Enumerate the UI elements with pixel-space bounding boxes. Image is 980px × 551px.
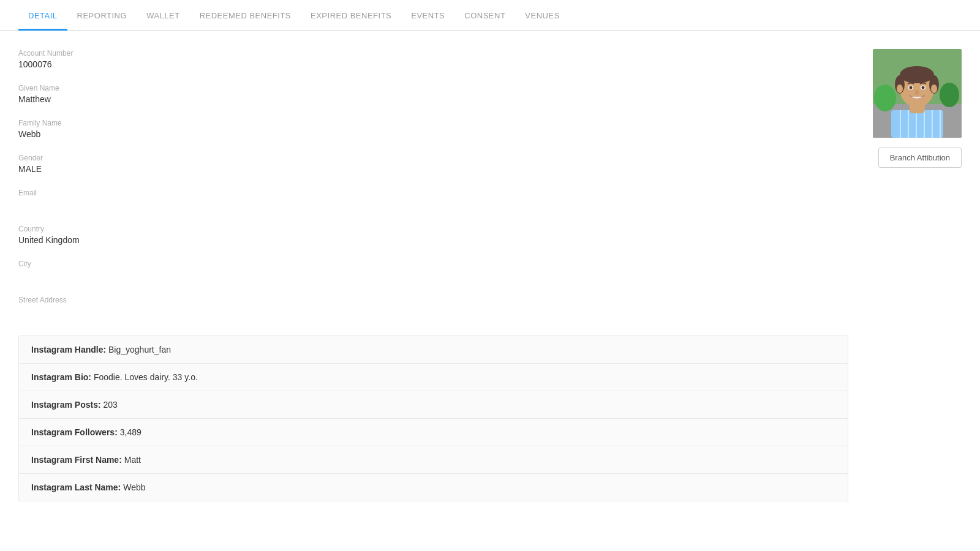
country-value: United Kingdom [18, 235, 848, 245]
fields-section: Account Number 1000076 Given Name Matthe… [18, 49, 848, 501]
tab-reporting[interactable]: REPORTING [67, 0, 137, 31]
svg-point-3 [940, 83, 959, 107]
tab-wallet[interactable]: WALLET [137, 0, 190, 31]
right-section: Branch Attibution [873, 49, 962, 501]
instagram-bio-value: Foodie. Loves dairy. 33 y.o. [94, 372, 198, 382]
instagram-firstname-row: Instagram First Name: Matt [19, 446, 848, 474]
svg-point-2 [874, 84, 896, 111]
svg-point-13 [900, 66, 934, 83]
svg-point-19 [922, 86, 925, 89]
tab-events[interactable]: EVENTS [401, 0, 454, 31]
street-address-value [18, 306, 848, 317]
field-gender: Gender MALE [18, 154, 848, 174]
instagram-followers-row: Instagram Followers: 3,489 [19, 419, 848, 446]
main-layout: Account Number 1000076 Given Name Matthe… [18, 49, 962, 501]
svg-point-20 [915, 90, 919, 95]
given-name-label: Given Name [18, 84, 848, 92]
instagram-handle-row: Instagram Handle: Big_yoghurt_fan [19, 336, 848, 364]
branch-attribution-button[interactable]: Branch Attibution [878, 148, 962, 168]
field-family-name: Family Name Webb [18, 119, 848, 139]
field-account-number: Account Number 1000076 [18, 49, 848, 69]
account-number-label: Account Number [18, 49, 848, 58]
instagram-posts-label: Instagram Posts: [31, 400, 101, 410]
instagram-lastname-row: Instagram Last Name: Webb [19, 474, 848, 501]
svg-point-21 [897, 84, 903, 93]
instagram-bio-row: Instagram Bio: Foodie. Loves dairy. 33 y… [19, 364, 848, 391]
tab-detail[interactable]: DETAIL [18, 0, 67, 31]
instagram-section: Instagram Handle: Big_yoghurt_fan Instag… [18, 335, 848, 501]
gender-value: MALE [18, 164, 848, 174]
city-value [18, 270, 848, 281]
svg-rect-4 [891, 110, 943, 138]
instagram-followers-value: 3,489 [120, 427, 141, 437]
instagram-handle-value: Big_yoghurt_fan [108, 345, 171, 354]
email-value [18, 199, 848, 210]
instagram-lastname-label: Instagram Last Name: [31, 482, 121, 492]
instagram-followers-label: Instagram Followers: [31, 427, 118, 437]
instagram-posts-value: 203 [103, 400, 117, 410]
instagram-posts-row: Instagram Posts: 203 [19, 391, 848, 419]
profile-photo [873, 49, 962, 138]
instagram-firstname-value: Matt [124, 455, 141, 465]
family-name-label: Family Name [18, 119, 848, 127]
given-name-value: Matthew [18, 94, 848, 104]
tab-expired-benefits[interactable]: EXPIRED BENEFITS [301, 0, 401, 31]
svg-point-18 [910, 86, 913, 89]
tab-venues[interactable]: VENUES [515, 0, 569, 31]
field-city: City [18, 260, 848, 281]
street-address-label: Street Address [18, 296, 848, 304]
tab-redeemed-benefits[interactable]: REDEEMED BENEFITS [190, 0, 301, 31]
page-container: DETAIL REPORTING WALLET REDEEMED BENEFIT… [0, 0, 980, 551]
country-label: Country [18, 225, 848, 233]
instagram-bio-label: Instagram Bio: [31, 372, 91, 382]
svg-point-22 [931, 84, 937, 93]
account-number-value: 1000076 [18, 59, 848, 69]
field-street-address: Street Address [18, 296, 848, 317]
instagram-firstname-label: Instagram First Name: [31, 455, 122, 465]
instagram-lastname-value: Webb [123, 482, 145, 492]
tab-consent[interactable]: CONSENT [454, 0, 515, 31]
email-label: Email [18, 189, 848, 197]
field-email: Email [18, 189, 848, 210]
city-label: City [18, 260, 848, 268]
field-country: Country United Kingdom [18, 225, 848, 245]
instagram-handle-label: Instagram Handle: [31, 345, 106, 354]
tab-bar: DETAIL REPORTING WALLET REDEEMED BENEFIT… [0, 0, 980, 31]
field-given-name: Given Name Matthew [18, 84, 848, 104]
gender-label: Gender [18, 154, 848, 162]
content-area: Account Number 1000076 Given Name Matthe… [0, 31, 980, 520]
family-name-value: Webb [18, 129, 848, 139]
